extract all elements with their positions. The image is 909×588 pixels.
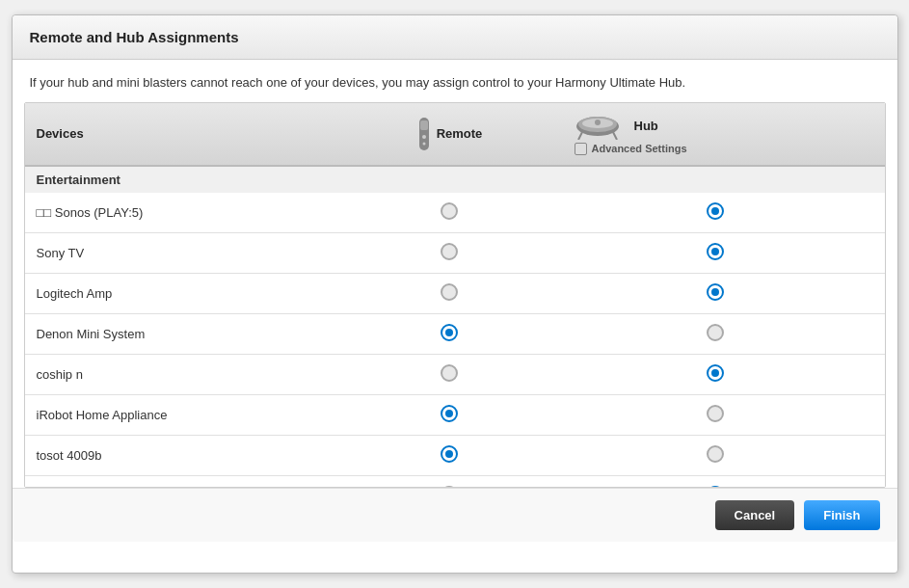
section-label: Entertainment bbox=[25, 166, 885, 193]
svg-line-8 bbox=[578, 132, 582, 140]
remote-radio-button[interactable] bbox=[441, 445, 458, 463]
hub-radio-cell bbox=[546, 273, 885, 313]
device-name: Logitech Amp bbox=[25, 273, 353, 313]
hub-radio-cell bbox=[546, 394, 885, 435]
device-name: □□ Sonos (PLAY:5) bbox=[25, 193, 353, 233]
svg-line-9 bbox=[613, 132, 617, 140]
hub-radio-cell bbox=[546, 475, 885, 488]
device-name: VidOn me vidon box2 bbox=[25, 475, 353, 488]
remote-radio-cell bbox=[353, 313, 546, 354]
remote-hub-assignments-dialog: Remote and Hub Assignments If your hub a… bbox=[12, 14, 898, 574]
device-name: tosot 4009b bbox=[25, 435, 353, 475]
remote-radio-cell bbox=[353, 273, 546, 313]
remote-radio-cell bbox=[353, 232, 546, 273]
svg-point-7 bbox=[595, 120, 601, 125]
hub-radio-button[interactable] bbox=[707, 283, 724, 301]
table-row: □□ Sonos (PLAY:5) bbox=[25, 193, 885, 233]
table-row: Denon Mini System bbox=[25, 313, 885, 354]
svg-point-3 bbox=[422, 142, 425, 145]
remote-radio-cell bbox=[353, 193, 546, 233]
table-header-row: Devices Remote bbox=[25, 103, 885, 166]
advanced-settings-label: Advanced Settings bbox=[592, 143, 687, 154]
remote-radio-cell bbox=[353, 394, 546, 435]
hub-radio-button[interactable] bbox=[707, 405, 724, 422]
remote-icon bbox=[415, 118, 433, 150]
hub-radio-cell bbox=[546, 232, 885, 273]
remote-radio-button[interactable] bbox=[441, 405, 458, 422]
remote-radio-cell bbox=[353, 354, 546, 394]
remote-radio-cell bbox=[353, 475, 546, 488]
device-name: coship n bbox=[25, 354, 353, 394]
hub-label: Hub bbox=[634, 119, 658, 133]
hub-radio-button[interactable] bbox=[707, 364, 724, 382]
remote-label: Remote bbox=[437, 126, 483, 141]
device-name: Denon Mini System bbox=[25, 313, 353, 354]
hub-radio-button[interactable] bbox=[707, 324, 724, 341]
svg-rect-1 bbox=[420, 120, 428, 130]
remote-radio-cell bbox=[353, 435, 546, 475]
cancel-button[interactable]: Cancel bbox=[715, 500, 795, 530]
remote-radio-button[interactable] bbox=[441, 324, 458, 341]
section-row: Entertainment bbox=[25, 166, 885, 193]
dialog-footer: Cancel Finish bbox=[13, 488, 897, 542]
dialog-title: Remote and Hub Assignments bbox=[13, 15, 897, 60]
hub-radio-button[interactable] bbox=[707, 445, 724, 463]
table-row: VidOn me vidon box2 bbox=[25, 475, 885, 488]
table-row: Logitech Amp bbox=[25, 273, 885, 313]
col-header-devices: Devices bbox=[25, 103, 353, 166]
table-row: coship n bbox=[25, 354, 885, 394]
remote-radio-button[interactable] bbox=[441, 202, 458, 220]
hub-icon bbox=[575, 113, 621, 140]
remote-radio-button[interactable] bbox=[441, 243, 458, 260]
table-row: Sony TV bbox=[25, 232, 885, 273]
assignments-table-wrapper: Devices Remote bbox=[24, 102, 886, 488]
assignments-table: Devices Remote bbox=[25, 103, 885, 488]
remote-radio-button[interactable] bbox=[441, 283, 458, 301]
hub-radio-cell bbox=[546, 435, 885, 475]
hub-radio-cell bbox=[546, 354, 885, 394]
svg-point-2 bbox=[422, 135, 426, 139]
col-header-hub: Hub Advanced Settings bbox=[546, 103, 885, 166]
table-row: tosot 4009b bbox=[25, 435, 885, 475]
device-name: iRobot Home Appliance bbox=[25, 394, 353, 435]
hub-radio-cell bbox=[546, 313, 885, 354]
advanced-settings-checkbox[interactable] bbox=[575, 143, 587, 155]
hub-radio-button[interactable] bbox=[707, 243, 724, 260]
dialog-description: If your hub and mini blasters cannot rea… bbox=[13, 60, 897, 102]
hub-radio-cell bbox=[546, 193, 885, 233]
table-row: iRobot Home Appliance bbox=[25, 394, 885, 435]
hub-radio-button[interactable] bbox=[707, 202, 724, 220]
finish-button[interactable]: Finish bbox=[804, 500, 879, 530]
remote-radio-button[interactable] bbox=[441, 364, 458, 382]
device-name: Sony TV bbox=[25, 232, 353, 273]
table-body: Entertainment □□ Sonos (PLAY:5) Sony TV … bbox=[25, 166, 885, 488]
col-header-remote: Remote bbox=[353, 103, 546, 166]
